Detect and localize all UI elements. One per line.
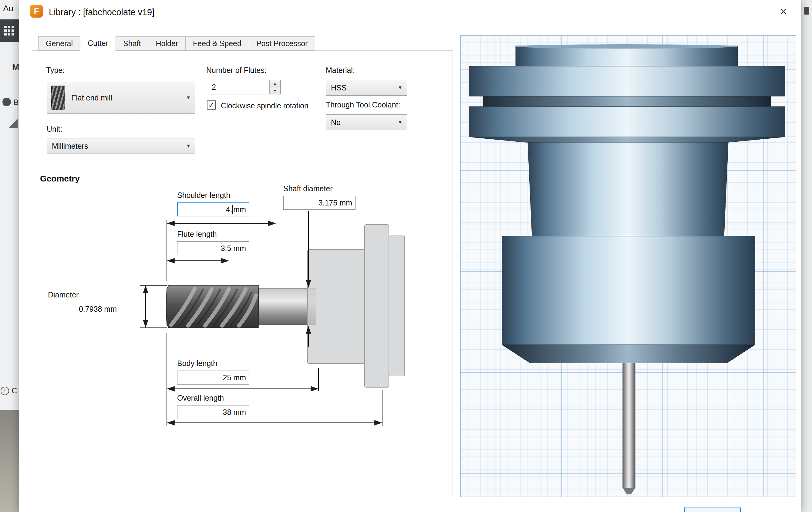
- collet-silhouette: [308, 224, 405, 387]
- clockwise-spindle-checkbox[interactable]: ✓: [207, 101, 216, 110]
- tab-general[interactable]: General: [38, 36, 80, 51]
- cutter-panel: Type: Flat end mill ▼ Number of Flutes: …: [32, 50, 453, 498]
- collapse-icon[interactable]: –: [2, 98, 11, 106]
- grid-icon: [4, 25, 14, 36]
- shaft-diameter-value: 3.175 mm: [318, 198, 352, 207]
- tab-shaft[interactable]: Shaft: [116, 36, 148, 51]
- flute-length-value: 3.5 mm: [221, 244, 246, 253]
- tab-bar: General Cutter Shaft Holder Feed & Speed…: [38, 35, 315, 51]
- tab-holder[interactable]: Holder: [148, 36, 186, 51]
- section-divider: [40, 169, 445, 169]
- spinner-down-icon[interactable]: ▼: [270, 87, 280, 95]
- shoulder-length-suffix: mm: [233, 205, 246, 214]
- geometry-heading: Geometry: [40, 174, 80, 184]
- browser-item-c: C: [11, 386, 17, 396]
- flutes-label: Number of Flutes:: [206, 66, 267, 75]
- material-value: HSS: [331, 83, 346, 92]
- tab-post-processor[interactable]: Post Processor: [249, 36, 315, 51]
- unit-value: Millimeters: [52, 142, 88, 151]
- background-right-strip: [801, 0, 812, 512]
- unit-dropdown[interactable]: Millimeters ▼: [47, 138, 195, 154]
- body-length-value: 25 mm: [223, 373, 246, 382]
- expand-icon[interactable]: +: [1, 387, 9, 395]
- overall-length-label: Overall length: [177, 394, 224, 402]
- app-menu-button[interactable]: [0, 20, 19, 42]
- tab-feed-speed[interactable]: Feed & Speed: [185, 36, 249, 51]
- diameter-value: 0.7938 mm: [79, 305, 117, 314]
- flute-length-input[interactable]: 3.5 mm: [177, 241, 249, 255]
- dropdown-arrow-icon: ▼: [398, 119, 403, 125]
- shaft-diameter-input[interactable]: 3.175 mm: [283, 196, 355, 210]
- dropdown-arrow-icon: ▼: [398, 85, 403, 90]
- tool-holder-3d: [460, 35, 796, 497]
- spinner-up-icon[interactable]: ▲: [270, 80, 280, 87]
- shaft-diameter-label: Shaft diameter: [283, 184, 333, 193]
- triangle-icon: [8, 119, 18, 128]
- dropdown-arrow-icon: ▼: [186, 95, 191, 101]
- tool-preview-panel[interactable]: [460, 35, 796, 497]
- coolant-value: No: [331, 118, 341, 127]
- end-mill-thumbnail-icon: [51, 86, 65, 110]
- fusion-app-background: Au M – B + C: [0, 0, 19, 512]
- material-dropdown[interactable]: HSS ▼: [326, 80, 407, 96]
- check-icon: ✓: [208, 101, 215, 109]
- browser-label-fragment: M: [12, 62, 19, 72]
- coolant-label: Through Tool Coolant:: [326, 101, 400, 109]
- type-dropdown[interactable]: Flat end mill ▼: [47, 82, 195, 114]
- spinner: ▲ ▼: [269, 80, 280, 94]
- toolbar-icon: [804, 7, 809, 15]
- overall-length-input[interactable]: 38 mm: [177, 405, 249, 419]
- dialog-title: Library : [fabchocolate v19]: [49, 7, 154, 17]
- type-label: Type:: [46, 66, 65, 75]
- number-of-flutes-input[interactable]: 2 ▲ ▼: [208, 80, 281, 95]
- close-icon[interactable]: ×: [777, 5, 790, 18]
- app-title-fragment: Au: [3, 4, 13, 14]
- flutes-value: 2: [212, 83, 269, 92]
- overall-length-value: 38 mm: [223, 408, 246, 417]
- flute-length-label: Flute length: [177, 230, 217, 239]
- dropdown-arrow-icon: ▼: [186, 143, 191, 149]
- text-caret: [232, 205, 233, 214]
- dialog-accept-button[interactable]: [684, 507, 741, 512]
- coolant-dropdown[interactable]: No ▼: [326, 114, 407, 130]
- screen: Au M – B + C F Library : [fabchocolate v…: [0, 0, 812, 512]
- shoulder-length-value: 4.: [226, 205, 232, 214]
- clockwise-spindle-label: Clockwise spindle rotation: [221, 101, 309, 110]
- diameter-input[interactable]: 0.7938 mm: [48, 302, 120, 316]
- unit-label: Unit:: [47, 125, 62, 134]
- viewport-fragment: [0, 410, 19, 512]
- cutter-flutes: [166, 285, 258, 328]
- type-value: Flat end mill: [71, 93, 112, 102]
- shoulder-length-input[interactable]: 4. mm: [177, 203, 249, 216]
- tool-library-dialog: F Library : [fabchocolate v19] × General…: [19, 0, 801, 512]
- diameter-label: Diameter: [48, 291, 79, 299]
- tab-cutter[interactable]: Cutter: [80, 35, 116, 51]
- fusion-logo-icon: F: [30, 5, 43, 18]
- browser-item-b: B: [13, 98, 19, 107]
- body-length-input[interactable]: 25 mm: [177, 371, 249, 384]
- shoulder-length-label: Shoulder length: [177, 191, 230, 200]
- material-label: Material:: [326, 66, 355, 75]
- body-length-label: Body length: [177, 359, 217, 368]
